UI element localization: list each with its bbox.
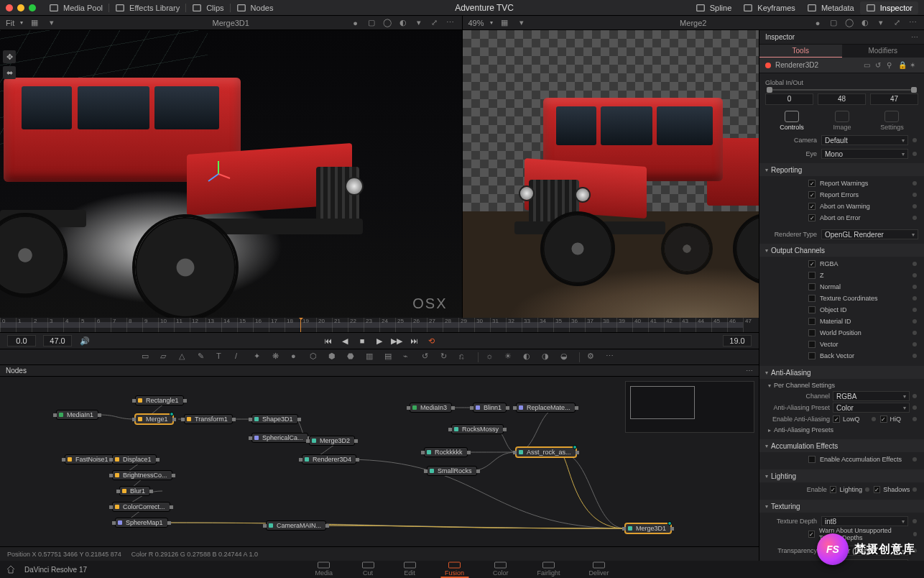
tool-icon[interactable]: ⬢ — [328, 352, 340, 363]
dot-icon[interactable]: ● — [350, 17, 361, 29]
camera-dropdown[interactable]: Default — [821, 135, 908, 145]
node-Merge1[interactable]: Merge1 — [135, 414, 173, 424]
tab-tools[interactable]: Tools — [759, 45, 842, 58]
aa-preset-dropdown[interactable]: Color — [833, 403, 910, 413]
section-reporting[interactable]: Reporting — [759, 163, 924, 176]
node-BrightnessCo[interactable]: BrightnessCo... — [112, 470, 172, 480]
tool-icon[interactable]: ⬡ — [310, 352, 321, 363]
keyframe-dot-icon[interactable] — [913, 273, 917, 277]
range-end-field[interactable]: 47.0 — [43, 335, 72, 347]
grid-icon[interactable]: ▦ — [499, 17, 510, 29]
more-icon[interactable]: ⋯ — [445, 17, 456, 29]
window-controls[interactable] — [6, 4, 36, 12]
node-Shape3D1[interactable]: Shape3D1 — [251, 414, 298, 424]
section-output-channels[interactable]: Output Channels — [759, 244, 924, 257]
tool-icon[interactable]: ⚙ — [587, 352, 599, 363]
page-color[interactable]: Color — [489, 561, 513, 578]
prev-frame-icon[interactable]: ◀ — [339, 335, 351, 347]
tool-icon[interactable]: ⎌ — [459, 352, 471, 363]
section-texturing[interactable]: Texturing — [759, 500, 924, 513]
tab-settings[interactable]: Settings — [880, 111, 904, 131]
tab-spline[interactable]: Spline — [690, 3, 738, 13]
section-accum[interactable]: Accumulation Effects — [759, 439, 924, 452]
minimize-icon[interactable] — [17, 4, 24, 12]
maximize-icon[interactable] — [29, 4, 36, 12]
keyframe-dot-icon[interactable] — [913, 204, 917, 208]
tab-clips[interactable]: Clips — [186, 3, 229, 13]
node-Merge3D1[interactable]: Merge3D1 — [625, 523, 671, 533]
square-icon[interactable]: ▢ — [366, 17, 377, 29]
grid-icon[interactable]: ▦ — [29, 17, 40, 29]
tool-icon[interactable]: ☀ — [504, 352, 516, 363]
page-fusion[interactable]: Fusion — [440, 561, 468, 578]
move-tool-icon[interactable]: ✥ — [3, 50, 16, 63]
node-Displace1[interactable]: Displace1 — [112, 454, 157, 464]
tool-icon[interactable]: ◐ — [523, 352, 535, 363]
node-ColorCorrect[interactable]: ColorCorrect... — [112, 502, 170, 512]
checkbox[interactable] — [808, 180, 816, 187]
node-Renderer3D4[interactable]: Renderer3D4 — [302, 454, 356, 464]
checkbox[interactable] — [808, 214, 816, 221]
first-frame-icon[interactable]: ⏮ — [322, 335, 333, 347]
keyframe-dot-icon[interactable] — [913, 193, 917, 197]
accum-checkbox[interactable] — [808, 456, 816, 463]
global-in-out[interactable]: Global In/Out 0 48 47 — [765, 79, 918, 105]
tool-icon[interactable]: ☼ — [486, 352, 497, 363]
tool-icon[interactable]: ✦ — [254, 352, 265, 363]
node-Blur1[interactable]: Blur1 — [119, 486, 150, 496]
node-graph[interactable]: MediaIn1Rectangle1Merge1Transform1Shape3… — [0, 377, 759, 546]
versions-icon[interactable]: ▭ — [864, 61, 872, 70]
checkbox[interactable] — [808, 341, 816, 348]
aa-lowq-checkbox[interactable] — [833, 416, 840, 423]
tab-metadata[interactable]: Metadata — [801, 3, 860, 13]
checkbox[interactable] — [808, 272, 816, 279]
aa-channel-dropdown[interactable]: RGBA — [833, 391, 910, 401]
keyframe-dot-icon[interactable] — [913, 342, 917, 347]
channel-icon[interactable]: ◐ — [397, 17, 409, 29]
keyframe-dot-icon[interactable] — [913, 181, 917, 185]
circle-icon[interactable]: ◯ — [382, 17, 393, 29]
zoom-dropdown[interactable]: 49% — [468, 19, 484, 27]
square-icon[interactable]: ▢ — [828, 17, 839, 29]
chevron-down-icon[interactable]: ▾ — [516, 17, 527, 29]
tab-controls[interactable]: Controls — [780, 111, 804, 131]
keyframe-dot-icon[interactable] — [913, 308, 917, 312]
tool-icon[interactable]: ▤ — [384, 352, 396, 363]
node-CameraMAIN[interactable]: CameraMAIN... — [266, 520, 326, 531]
tool-icon[interactable]: ⋯ — [606, 352, 617, 363]
node-Rockkkkk[interactable]: Rockkkkk — [424, 447, 468, 457]
tab-effects library[interactable]: Effects Library — [109, 3, 185, 13]
aa-hiq-checkbox[interactable] — [880, 416, 887, 423]
tool-icon[interactable]: ⬣ — [347, 352, 359, 363]
page-edit[interactable]: Edit — [399, 561, 420, 578]
chevron-down-icon[interactable]: ▾ — [46, 17, 57, 29]
tool-icon[interactable]: ❋ — [272, 352, 284, 363]
settings-icon[interactable]: ✶ — [910, 61, 918, 70]
node-Rectangle1[interactable]: Rectangle1 — [135, 395, 184, 405]
node-SmallRocks[interactable]: SmallRocks — [427, 466, 477, 476]
circle-icon[interactable]: ◯ — [844, 17, 855, 29]
chevron-down-icon[interactable]: ▾ — [875, 17, 887, 29]
node-FastNoise1[interactable]: FastNoise1 — [65, 454, 114, 464]
tool-icon[interactable]: ◑ — [542, 352, 553, 363]
more-icon[interactable]: ⋯ — [907, 17, 918, 29]
tool-icon[interactable]: ● — [291, 352, 302, 363]
keyframe-dot-icon[interactable] — [913, 331, 917, 335]
tab-keyframes[interactable]: Keyframes — [737, 3, 801, 13]
home-icon[interactable] — [0, 564, 22, 574]
dot-icon[interactable]: ● — [812, 17, 823, 29]
keyframe-dot-icon[interactable] — [913, 285, 917, 289]
node-RocksMossy[interactable]: RocksMossy — [451, 424, 504, 434]
checkbox[interactable] — [808, 203, 816, 210]
checkbox[interactable] — [808, 295, 816, 302]
node-Transform1[interactable]: Transform1 — [184, 414, 233, 424]
checkbox[interactable] — [808, 318, 816, 325]
tool-icon[interactable]: ▥ — [366, 352, 377, 363]
checkbox[interactable] — [808, 352, 816, 359]
tab-nodes[interactable]: Nodes — [231, 3, 279, 13]
tab-media pool[interactable]: Media Pool — [43, 3, 108, 13]
shadows-checkbox[interactable] — [874, 486, 881, 493]
tab-image[interactable]: Image — [833, 111, 851, 131]
channel-icon[interactable]: ◐ — [859, 17, 871, 29]
reset-icon[interactable]: ↺ — [875, 61, 884, 70]
